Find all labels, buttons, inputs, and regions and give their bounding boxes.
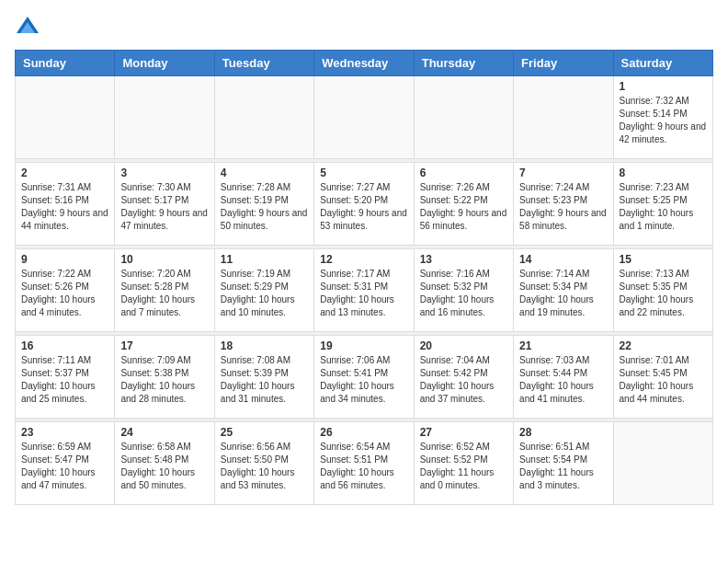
day-number: 10	[120, 253, 208, 266]
day-number: 7	[519, 167, 607, 179]
calendar-cell: 15Sunrise: 7:13 AM Sunset: 5:35 PM Dayli…	[613, 249, 712, 332]
calendar-cell: 13Sunrise: 7:16 AM Sunset: 5:32 PM Dayli…	[414, 249, 513, 332]
day-info: Sunrise: 6:56 AM Sunset: 5:50 PM Dayligh…	[221, 441, 308, 492]
calendar-cell: 9Sunrise: 7:22 AM Sunset: 5:26 PM Daylig…	[16, 249, 115, 332]
day-number: 6	[420, 167, 507, 179]
day-info: Sunrise: 6:51 AM Sunset: 5:54 PM Dayligh…	[519, 441, 607, 492]
day-info: Sunrise: 7:13 AM Sunset: 5:35 PM Dayligh…	[620, 268, 707, 319]
day-info: Sunrise: 7:01 AM Sunset: 5:45 PM Dayligh…	[620, 354, 707, 406]
day-number: 26	[320, 426, 407, 439]
day-number: 17	[120, 339, 208, 352]
day-number: 14	[519, 253, 607, 266]
calendar-table: SundayMondayTuesdayWednesdayThursdayFrid…	[15, 50, 713, 505]
calendar-cell: 20Sunrise: 7:04 AM Sunset: 5:42 PM Dayli…	[414, 336, 513, 419]
day-info: Sunrise: 7:17 AM Sunset: 5:31 PM Dayligh…	[320, 268, 407, 319]
day-info: Sunrise: 7:08 AM Sunset: 5:39 PM Dayligh…	[221, 354, 308, 406]
day-info: Sunrise: 6:58 AM Sunset: 5:48 PM Dayligh…	[120, 441, 208, 492]
calendar-cell	[514, 76, 613, 159]
calendar-cell	[214, 76, 313, 159]
day-info: Sunrise: 7:26 AM Sunset: 5:22 PM Dayligh…	[420, 181, 507, 233]
calendar-cell: 1Sunrise: 7:32 AM Sunset: 5:14 PM Daylig…	[613, 76, 712, 159]
day-number: 4	[221, 167, 308, 179]
calendar-cell: 28Sunrise: 6:51 AM Sunset: 5:54 PM Dayli…	[514, 422, 613, 505]
day-number: 2	[21, 167, 108, 179]
calendar-cell: 25Sunrise: 6:56 AM Sunset: 5:50 PM Dayli…	[214, 422, 313, 505]
calendar-cell: 11Sunrise: 7:19 AM Sunset: 5:29 PM Dayli…	[214, 249, 313, 332]
calendar-cell: 4Sunrise: 7:28 AM Sunset: 5:19 PM Daylig…	[214, 163, 313, 246]
day-info: Sunrise: 6:54 AM Sunset: 5:51 PM Dayligh…	[320, 441, 407, 492]
logo-icon	[15, 15, 40, 40]
day-number: 18	[221, 339, 308, 352]
day-info: Sunrise: 7:14 AM Sunset: 5:34 PM Dayligh…	[519, 268, 607, 319]
page-header	[15, 15, 713, 40]
day-number: 19	[320, 339, 407, 352]
calendar-cell	[115, 76, 214, 159]
day-info: Sunrise: 7:06 AM Sunset: 5:41 PM Dayligh…	[320, 354, 407, 406]
weekday-header: Thursday	[414, 51, 513, 76]
calendar-cell: 7Sunrise: 7:24 AM Sunset: 5:23 PM Daylig…	[514, 163, 613, 246]
day-number: 15	[620, 253, 707, 266]
calendar-cell: 3Sunrise: 7:30 AM Sunset: 5:17 PM Daylig…	[115, 163, 214, 246]
calendar-week-row: 2Sunrise: 7:31 AM Sunset: 5:16 PM Daylig…	[16, 163, 713, 246]
calendar-cell: 23Sunrise: 6:59 AM Sunset: 5:47 PM Dayli…	[16, 422, 115, 505]
calendar-cell	[414, 76, 513, 159]
day-info: Sunrise: 7:16 AM Sunset: 5:32 PM Dayligh…	[420, 268, 507, 319]
calendar-header-row: SundayMondayTuesdayWednesdayThursdayFrid…	[16, 51, 713, 76]
day-number: 24	[120, 426, 208, 439]
calendar-cell	[314, 76, 414, 159]
calendar-cell: 26Sunrise: 6:54 AM Sunset: 5:51 PM Dayli…	[314, 422, 414, 505]
day-info: Sunrise: 7:24 AM Sunset: 5:23 PM Dayligh…	[519, 181, 607, 233]
calendar-cell: 17Sunrise: 7:09 AM Sunset: 5:38 PM Dayli…	[115, 336, 214, 419]
calendar-cell: 5Sunrise: 7:27 AM Sunset: 5:20 PM Daylig…	[314, 163, 414, 246]
calendar-cell	[16, 76, 115, 159]
day-number: 21	[519, 339, 607, 352]
calendar-cell: 21Sunrise: 7:03 AM Sunset: 5:44 PM Dayli…	[514, 336, 613, 419]
day-number: 22	[620, 339, 707, 352]
day-number: 23	[21, 426, 108, 439]
calendar-cell: 14Sunrise: 7:14 AM Sunset: 5:34 PM Dayli…	[514, 249, 613, 332]
weekday-header: Wednesday	[314, 51, 414, 76]
weekday-header: Monday	[115, 51, 214, 76]
day-info: Sunrise: 6:59 AM Sunset: 5:47 PM Dayligh…	[21, 441, 108, 492]
day-number: 27	[420, 426, 507, 439]
day-number: 16	[21, 339, 108, 352]
day-number: 13	[420, 253, 507, 266]
calendar-week-row: 1Sunrise: 7:32 AM Sunset: 5:14 PM Daylig…	[16, 76, 713, 159]
day-info: Sunrise: 7:11 AM Sunset: 5:37 PM Dayligh…	[21, 354, 108, 406]
day-info: Sunrise: 7:23 AM Sunset: 5:25 PM Dayligh…	[620, 181, 707, 233]
day-number: 3	[120, 167, 208, 179]
calendar-week-row: 9Sunrise: 7:22 AM Sunset: 5:26 PM Daylig…	[16, 249, 713, 332]
weekday-header: Friday	[514, 51, 613, 76]
calendar-cell: 16Sunrise: 7:11 AM Sunset: 5:37 PM Dayli…	[16, 336, 115, 419]
calendar-cell: 8Sunrise: 7:23 AM Sunset: 5:25 PM Daylig…	[613, 163, 712, 246]
day-number: 1	[620, 80, 707, 93]
weekday-header: Sunday	[16, 51, 115, 76]
day-number: 8	[620, 167, 707, 179]
day-number: 11	[221, 253, 308, 266]
calendar-cell: 6Sunrise: 7:26 AM Sunset: 5:22 PM Daylig…	[414, 163, 513, 246]
weekday-header: Saturday	[613, 51, 712, 76]
day-number: 28	[519, 426, 607, 439]
day-number: 9	[21, 253, 108, 266]
day-info: Sunrise: 6:52 AM Sunset: 5:52 PM Dayligh…	[420, 441, 507, 492]
calendar-week-row: 16Sunrise: 7:11 AM Sunset: 5:37 PM Dayli…	[16, 336, 713, 419]
day-number: 20	[420, 339, 507, 352]
calendar-cell: 18Sunrise: 7:08 AM Sunset: 5:39 PM Dayli…	[214, 336, 313, 419]
calendar-cell	[613, 422, 712, 505]
day-info: Sunrise: 7:28 AM Sunset: 5:19 PM Dayligh…	[221, 181, 308, 233]
calendar-cell: 10Sunrise: 7:20 AM Sunset: 5:28 PM Dayli…	[115, 249, 214, 332]
day-info: Sunrise: 7:19 AM Sunset: 5:29 PM Dayligh…	[221, 268, 308, 319]
day-number: 5	[320, 167, 407, 179]
calendar-week-row: 23Sunrise: 6:59 AM Sunset: 5:47 PM Dayli…	[16, 422, 713, 505]
calendar-cell: 22Sunrise: 7:01 AM Sunset: 5:45 PM Dayli…	[613, 336, 712, 419]
calendar-cell: 24Sunrise: 6:58 AM Sunset: 5:48 PM Dayli…	[115, 422, 214, 505]
calendar-cell: 27Sunrise: 6:52 AM Sunset: 5:52 PM Dayli…	[414, 422, 513, 505]
logo	[15, 15, 44, 40]
day-info: Sunrise: 7:32 AM Sunset: 5:14 PM Dayligh…	[620, 95, 707, 146]
day-info: Sunrise: 7:03 AM Sunset: 5:44 PM Dayligh…	[519, 354, 607, 406]
calendar-cell: 2Sunrise: 7:31 AM Sunset: 5:16 PM Daylig…	[16, 163, 115, 246]
day-info: Sunrise: 7:27 AM Sunset: 5:20 PM Dayligh…	[320, 181, 407, 233]
day-info: Sunrise: 7:30 AM Sunset: 5:17 PM Dayligh…	[120, 181, 208, 233]
day-info: Sunrise: 7:09 AM Sunset: 5:38 PM Dayligh…	[120, 354, 208, 406]
day-info: Sunrise: 7:22 AM Sunset: 5:26 PM Dayligh…	[21, 268, 108, 319]
